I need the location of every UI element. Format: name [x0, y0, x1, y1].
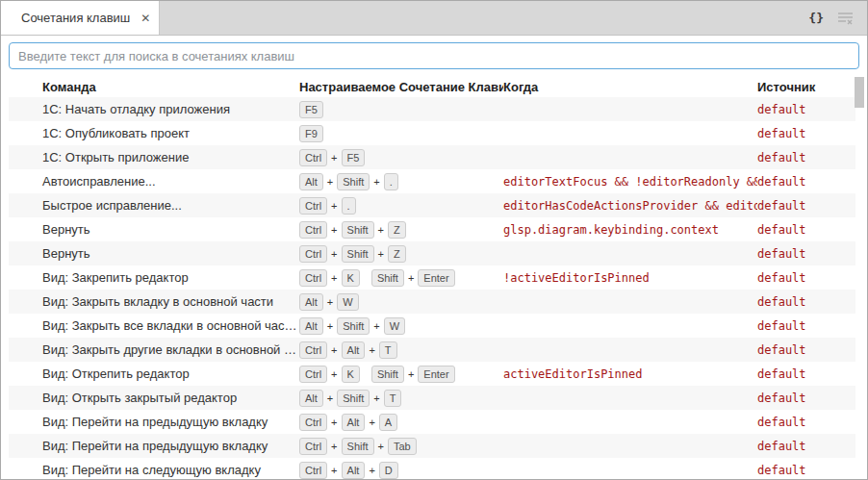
key-chord: Ctrl+F5	[299, 149, 365, 166]
source-cell: default	[757, 127, 855, 140]
command-cell: Вид: Закрыть другие вкладки в основной …	[9, 342, 299, 357]
table-row[interactable]: Вид: Открыть закрытый редактор Alt+Shift…	[9, 386, 855, 410]
tab-keyboard-shortcuts[interactable]: Сочетания клавиш ✕	[1, 1, 160, 35]
table-row[interactable]: 1С: Опубликовать проект F9 default	[9, 121, 855, 145]
key-chord: Ctrl+K	[299, 269, 360, 287]
source-cell: default	[757, 440, 855, 453]
plus-separator: +	[378, 224, 384, 236]
table-row[interactable]: Вид: Закрыть все вкладки в основной час……	[9, 314, 855, 338]
key-chord: F9	[299, 125, 323, 142]
key-chord: Alt+Shift+W	[299, 317, 405, 335]
key-chip: Z	[388, 245, 406, 263]
keybinding-cell: Ctrl+.	[299, 197, 503, 215]
key-chord: Ctrl+Alt+T	[299, 341, 397, 359]
plus-separator: +	[369, 417, 374, 428]
plus-separator: +	[378, 248, 384, 260]
command-cell: 1С: Начать отладку приложения	[9, 102, 299, 116]
key-chip: W	[384, 317, 405, 335]
key-chip: Ctrl	[299, 341, 327, 359]
plus-separator: +	[369, 465, 374, 476]
source-cell: default	[757, 367, 855, 381]
command-cell: Вид: Перейти на предыдущую вкладку	[9, 439, 299, 453]
command-cell: Вид: Закрепить редактор	[9, 270, 299, 285]
keybinding-cell: Alt+W	[299, 293, 503, 311]
search-bar	[1, 36, 867, 76]
tab-title: Сочетания клавиш	[21, 11, 130, 25]
keybinding-cell: F9	[299, 125, 503, 142]
key-chip: F5	[299, 101, 323, 118]
source-cell: default	[757, 392, 855, 405]
table-row[interactable]: Вид: Закрыть вкладку в основной части Al…	[9, 290, 855, 314]
plus-separator: +	[373, 176, 379, 188]
plus-separator: +	[408, 368, 414, 380]
plus-separator: +	[331, 224, 337, 236]
command-cell: Вид: Закрыть вкладку в основной части	[9, 294, 299, 309]
plus-separator: +	[373, 392, 379, 404]
source-cell: default	[757, 175, 855, 189]
command-cell: Вернуть	[9, 222, 299, 237]
table-row[interactable]: Вид: Перейти на следующую вкладку Ctrl+A…	[9, 458, 855, 480]
keyboard-shortcuts-window: Сочетания клавиш ✕ {}	[0, 0, 868, 480]
key-chip: Ctrl	[299, 366, 327, 383]
table-row[interactable]: Вид: Перейти на предыдущую вкладку Ctrl+…	[9, 410, 855, 434]
plus-separator: +	[327, 176, 333, 188]
clear-all-icon[interactable]	[837, 10, 854, 26]
source-cell: default	[757, 103, 855, 116]
table-row[interactable]: 1С: Начать отладку приложения F5 default	[9, 97, 855, 121]
key-chip: D	[379, 462, 398, 479]
command-cell: Вид: Закрыть все вкладки в основной час…	[9, 318, 299, 333]
keybinding-cell: Ctrl+F5	[299, 149, 503, 166]
search-input[interactable]	[9, 42, 859, 69]
source-cell: default	[757, 319, 855, 333]
key-chip: Alt	[299, 173, 323, 190]
plus-separator: +	[331, 200, 337, 212]
key-chip: Shift	[342, 245, 374, 263]
keybinding-cell: Ctrl+Alt+A	[299, 414, 503, 431]
keybinding-cell: Ctrl+KShift+Enter	[299, 366, 503, 383]
key-chip: F5	[342, 149, 366, 166]
open-keybindings-json-button[interactable]: {}	[808, 11, 824, 25]
key-chip: Tab	[388, 438, 417, 455]
key-chip: T	[379, 341, 397, 359]
key-chord: Ctrl+K	[299, 366, 360, 383]
table-header-row: Команда Настраиваемое Сочетание Клавиш К…	[9, 76, 855, 97]
table-row[interactable]: Автоисправление... Alt+Shift+. editorTex…	[9, 169, 855, 193]
shortcuts-table: Команда Настраиваемое Сочетание Клавиш К…	[9, 76, 855, 480]
table-row[interactable]: 1С: Открыть приложение Ctrl+F5 default	[9, 145, 855, 169]
plus-separator: +	[327, 392, 333, 404]
keybinding-cell: Alt+Shift+W	[299, 317, 503, 335]
command-cell: Вид: Открепить редактор	[9, 366, 299, 381]
key-chip: Ctrl	[299, 221, 327, 239]
scrollbar-thumb[interactable]	[855, 77, 864, 108]
header-source: Источник	[757, 80, 855, 94]
tabbar-spacer	[160, 1, 808, 35]
table-row[interactable]: Вернуть Ctrl+Shift+Z glsp.diagram.keybin…	[9, 217, 855, 241]
key-chip: Alt	[299, 390, 323, 407]
key-chord: Alt+Shift+.	[299, 173, 398, 190]
table-row[interactable]: Вид: Закрепить редактор Ctrl+KShift+Ente…	[9, 265, 855, 290]
when-cell: !activeEditorIsPinned	[503, 271, 757, 285]
header-when: Когда	[503, 80, 757, 94]
key-chip: K	[342, 269, 360, 287]
tab-close-icon[interactable]: ✕	[138, 11, 153, 26]
source-cell: default	[757, 199, 855, 213]
key-chip: K	[342, 366, 360, 383]
plus-separator: +	[331, 417, 337, 428]
key-chip: Alt	[299, 317, 323, 335]
command-cell: Вид: Открыть закрытый редактор	[9, 391, 299, 405]
when-cell: editorTextFocus && !editorReadonly && su…	[503, 175, 757, 189]
key-chord: Ctrl+Alt+A	[299, 414, 397, 431]
key-chip: Shift	[337, 317, 370, 335]
key-chip: Z	[388, 221, 406, 239]
source-cell: default	[757, 343, 855, 357]
table-row[interactable]: Вид: Открепить редактор Ctrl+KShift+Ente…	[9, 362, 855, 386]
shortcut-rows: 1С: Начать отладку приложения F5 default…	[9, 97, 855, 480]
key-chord: Ctrl+Shift+Z	[299, 221, 406, 239]
table-row[interactable]: Вернуть Ctrl+Shift+Z default	[9, 241, 855, 265]
table-row[interactable]: Вид: Закрыть другие вкладки в основной ……	[9, 338, 855, 362]
plus-separator: +	[331, 152, 337, 164]
table-row[interactable]: Быстрое исправление... Ctrl+. editorHasC…	[9, 193, 855, 217]
key-chip: Ctrl	[299, 245, 327, 263]
table-row[interactable]: Вид: Перейти на предыдущую вкладку Ctrl+…	[9, 434, 855, 458]
key-chip: T	[384, 390, 402, 407]
